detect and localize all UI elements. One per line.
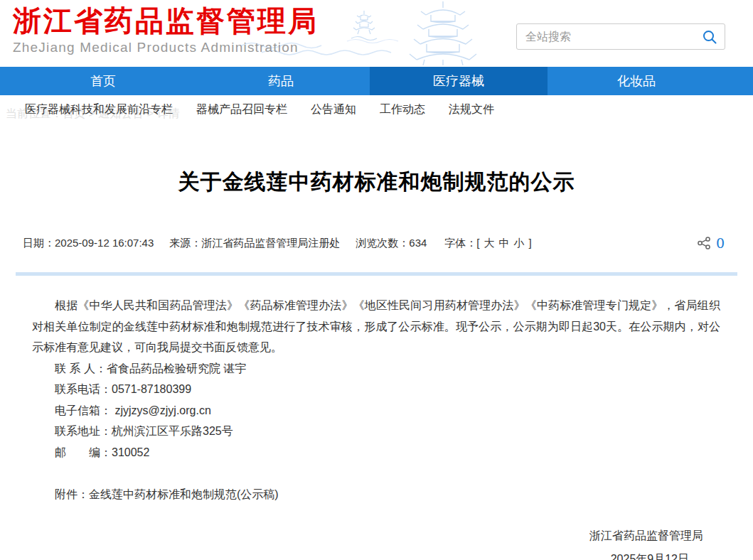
- main-nav: 首页 药品 医疗器械 化妆品: [0, 67, 753, 95]
- page-title: 关于金线莲中药材标准和炮制规范的公示: [0, 168, 753, 197]
- font-size-controls: 字体：[大中小]: [442, 237, 533, 249]
- search-icon: [702, 29, 717, 45]
- meta-date: 日期：2025-09-12 16:07:43: [23, 237, 154, 249]
- nav-item-medical-devices[interactable]: 医疗器械: [370, 67, 548, 95]
- font-size-label: 字体：[: [442, 237, 481, 249]
- spacer: [32, 463, 720, 484]
- subnav-link-device-recall-column[interactable]: 器械产品召回专栏: [196, 102, 287, 117]
- subnav-link-device-tech-column[interactable]: 医疗器械科技和发展前沿专栏: [25, 102, 173, 117]
- small-pagoda-watermark: [348, 10, 380, 43]
- subnav-row: 当前位置：首页 > 通知公告 > 详情 医疗器械科技和发展前沿专栏 器械产品召回…: [0, 95, 753, 126]
- font-size-medium-button[interactable]: 中: [497, 237, 512, 249]
- contact-postcode: 邮 编：310052: [32, 442, 720, 463]
- site-title-en: ZheJiang Medical Products Administration: [13, 40, 319, 55]
- contact-person: 联 系 人：省食品药品检验研究院 谌宇: [32, 358, 720, 379]
- section-divider: [16, 272, 737, 276]
- subnav-links: 医疗器械科技和发展前沿专栏 器械产品召回专栏 公告通知 工作动态 法规文件: [25, 102, 494, 117]
- share-icon: [698, 237, 711, 249]
- contact-phone: 联系电话：0571-87180399: [32, 379, 720, 400]
- subnav-link-announcements[interactable]: 公告通知: [311, 102, 356, 117]
- search-button[interactable]: [695, 24, 725, 49]
- contact-email: 电子信箱： zjyjzys@zjyj.org.cn: [32, 400, 720, 421]
- nav-item-home[interactable]: 首页: [14, 67, 192, 95]
- share-count: 0: [716, 235, 725, 251]
- site-header: 浙江省药品监督管理局 ZheJiang Medical Products Adm…: [0, 0, 753, 67]
- signature-block: 浙江省药品监督管理局 2025年9月12日: [32, 525, 720, 560]
- article-content: 根据《中华人民共和国药品管理法》《药品标准管理办法》《地区性民间习用药材管理办法…: [32, 295, 720, 560]
- article: 关于金线莲中药材标准和炮制规范的公示 日期：2025-09-12 16:07:4…: [0, 168, 753, 560]
- article-meta: 日期：2025-09-12 16:07:43来源：浙江省药品监督管理局注册处浏览…: [0, 235, 753, 251]
- site-search: [516, 23, 725, 50]
- article-paragraph: 根据《中华人民共和国药品管理法》《药品标准管理办法》《地区性民间习用药材管理办法…: [32, 295, 720, 358]
- attachment-link[interactable]: 附件：金线莲中药材标准和炮制规范(公示稿): [32, 484, 720, 505]
- site-logo[interactable]: 浙江省药品监督管理局 ZheJiang Medical Products Adm…: [13, 3, 319, 55]
- font-size-label-end: ]: [527, 237, 534, 249]
- share-widget[interactable]: 0: [698, 235, 725, 251]
- subnav-link-regulations[interactable]: 法规文件: [449, 102, 494, 117]
- meta-views: 浏览次数：634: [356, 237, 427, 249]
- font-size-large-button[interactable]: 大: [482, 237, 497, 249]
- search-input[interactable]: [517, 31, 695, 43]
- pagoda-watermark: [402, 1, 484, 65]
- signature-agency: 浙江省药品监督管理局: [32, 525, 720, 546]
- font-size-small-button[interactable]: 小: [512, 237, 527, 249]
- meta-source: 来源：浙江省药品监督管理局注册处: [169, 237, 340, 249]
- contact-address: 联系地址：杭州滨江区平乐路325号: [32, 421, 720, 442]
- nav-item-drugs[interactable]: 药品: [192, 67, 370, 95]
- nav-item-cosmetics[interactable]: 化妆品: [548, 67, 725, 95]
- signature-date: 2025年9月12日: [32, 549, 720, 560]
- site-title-cn: 浙江省药品监督管理局: [13, 3, 319, 38]
- subnav-link-work-updates[interactable]: 工作动态: [380, 102, 425, 117]
